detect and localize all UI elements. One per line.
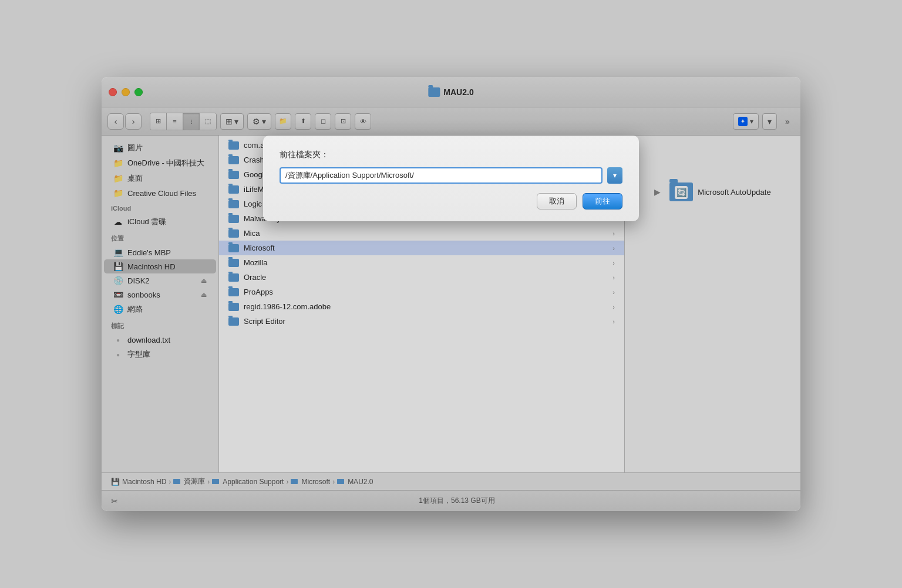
dialog-overlay: 前往檔案夾： ▾ 取消 前往	[102, 77, 800, 511]
dialog-title: 前往檔案夾：	[280, 150, 622, 160]
dialog-buttons: 取消 前往	[280, 193, 622, 209]
goto-dialog: 前往檔案夾： ▾ 取消 前往	[263, 136, 639, 221]
dialog-input-row: ▾	[280, 167, 622, 184]
finder-window: MAU2.0 ‹ › ⊞ ≡ ⫶ ⬚ ⊞ ▾ ⚙ ▾ 📁 ⬆ ◻ ⊡ 👁 ✦	[102, 77, 800, 511]
cancel-button[interactable]: 取消	[537, 193, 577, 209]
path-dropdown-button[interactable]: ▾	[607, 167, 622, 184]
path-input[interactable]	[280, 167, 603, 184]
go-button[interactable]: 前往	[583, 193, 622, 209]
